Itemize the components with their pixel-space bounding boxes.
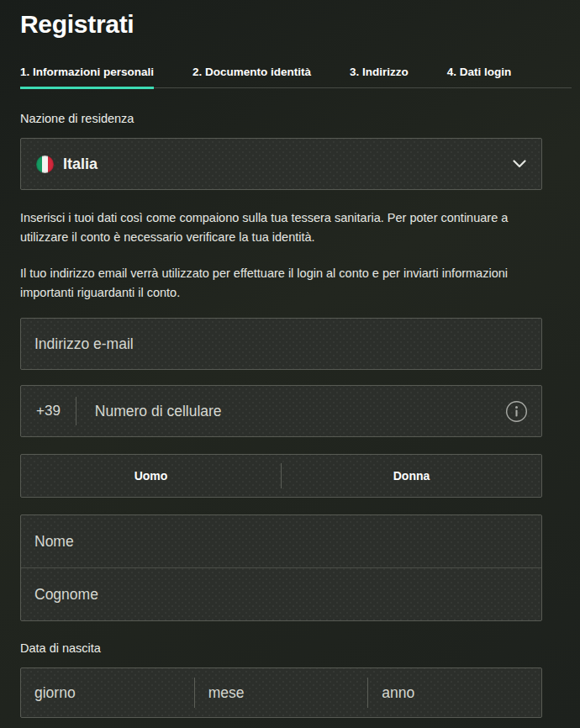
email-field-container bbox=[20, 318, 542, 370]
name-fields-group bbox=[20, 514, 542, 621]
registration-steps-tabs: 1. Informazioni personali 2. Documento i… bbox=[20, 66, 572, 88]
birth-year-cell bbox=[368, 684, 541, 702]
page-title: Registrati bbox=[20, 10, 542, 39]
tab-indirizzo[interactable]: 3. Indirizzo bbox=[350, 66, 409, 87]
gender-selector: Uomo Donna bbox=[20, 454, 542, 498]
birth-year-input[interactable] bbox=[382, 684, 535, 702]
birth-month-input[interactable] bbox=[208, 684, 361, 702]
email-input[interactable] bbox=[34, 335, 528, 353]
first-name-input[interactable] bbox=[34, 533, 528, 551]
gender-male-button[interactable]: Uomo bbox=[21, 455, 281, 497]
birth-date-group bbox=[20, 667, 542, 718]
last-name-input[interactable] bbox=[34, 586, 528, 604]
tab-documento-identita[interactable]: 2. Documento identità bbox=[192, 66, 311, 87]
italy-flag-icon bbox=[36, 156, 54, 173]
tab-informazioni-personali[interactable]: 1. Informazioni personali bbox=[20, 66, 154, 87]
last-name-row bbox=[21, 568, 541, 620]
gender-female-button[interactable]: Donna bbox=[282, 455, 541, 497]
birth-month-cell bbox=[195, 684, 368, 702]
first-name-row bbox=[21, 515, 541, 567]
tab-dati-login[interactable]: 4. Dati login bbox=[447, 66, 512, 87]
chevron-down-icon bbox=[513, 160, 526, 168]
phone-prefix: +39 bbox=[34, 403, 61, 419]
country-label: Nazione di residenza bbox=[20, 112, 542, 126]
phone-input[interactable] bbox=[95, 403, 497, 420]
email-info-text: Il tuo indirizzo email verrà utilizzato … bbox=[20, 264, 542, 303]
birth-day-cell bbox=[21, 684, 194, 702]
country-dropdown[interactable]: Italia bbox=[20, 138, 542, 190]
birth-date-label: Data di nascita bbox=[20, 641, 542, 656]
info-icon[interactable] bbox=[497, 400, 528, 423]
birth-day-input[interactable] bbox=[34, 684, 187, 702]
phone-divider bbox=[76, 397, 76, 425]
phone-field-container: +39 bbox=[20, 385, 542, 437]
country-selected-value: Italia bbox=[63, 156, 98, 173]
registration-form: Registrati 1. Informazioni personali 2. … bbox=[0, 0, 580, 718]
identity-info-text: Inserisci i tuoi dati così come compaion… bbox=[20, 208, 542, 247]
